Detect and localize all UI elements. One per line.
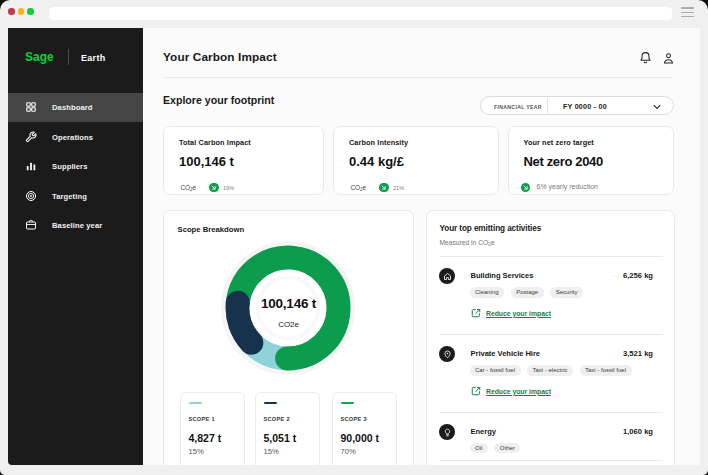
svg-text:Sage: Sage bbox=[25, 50, 54, 64]
